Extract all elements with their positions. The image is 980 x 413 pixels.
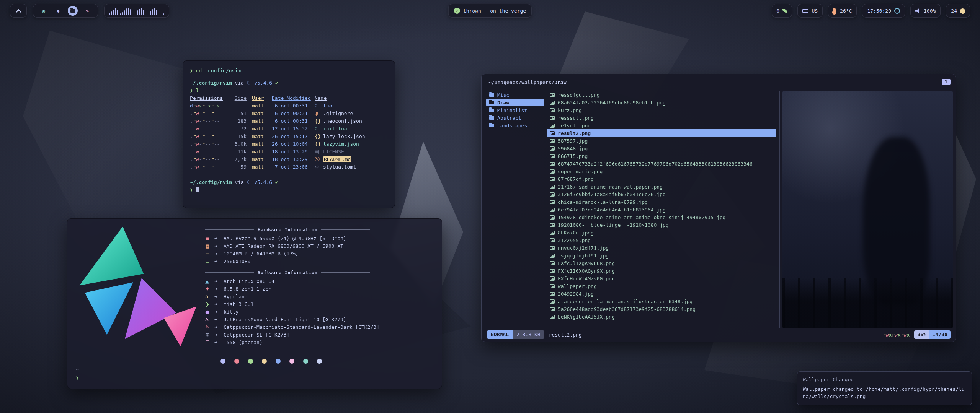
tab-badge[interactable]: 1 xyxy=(942,79,951,85)
temperature-module[interactable]: 26°C xyxy=(828,4,857,18)
launcher-button[interactable] xyxy=(10,4,27,18)
file-row[interactable]: ressdfgult.png xyxy=(547,91,776,99)
cwd-path: ~/.config/nvim xyxy=(190,179,232,185)
info-text: 6.5.8-zen1-1-zen xyxy=(224,285,271,293)
file-row[interactable]: FXfcJlTXgAMvH6R.png xyxy=(547,259,776,267)
distro-logo xyxy=(74,223,201,350)
image-file-icon xyxy=(550,238,555,242)
col-name: Name xyxy=(315,94,388,102)
file-size: 72 xyxy=(228,125,247,133)
media-widget[interactable]: ♪ thrown - on the verge xyxy=(448,4,532,18)
file-type-icon: ▤ xyxy=(315,148,323,156)
file-row[interactable]: 8FKa7Cu.jpeg xyxy=(547,229,776,236)
file-row[interactable]: 20492984.jpg xyxy=(547,290,776,298)
volume-module[interactable]: 100% xyxy=(910,4,941,18)
file-permissions: .rw-r--r-- xyxy=(190,125,228,133)
folder-row[interactable]: Minimalist xyxy=(486,106,544,114)
file-type-icon: {} xyxy=(315,133,323,140)
file-owner: matt xyxy=(252,133,272,140)
file-row: .rw-r--r-- 11k matt 18 oct 13:29 ▤ LICEN… xyxy=(190,148,388,156)
file-row[interactable]: chica-mirando-la-luna-8799.jpg xyxy=(547,198,776,206)
folder-row[interactable]: Landscapes xyxy=(486,122,544,129)
file-row[interactable]: result2.png xyxy=(547,129,776,137)
file-row[interactable]: FXfcII0X0AQyn9X.png xyxy=(547,267,776,275)
file-row[interactable]: 68747470733a2f2f696d616765732d7769786d70… xyxy=(547,160,776,167)
image-file-icon xyxy=(550,269,555,273)
file-row[interactable]: nnvuv0xj2df71.jpg xyxy=(547,244,776,252)
notifications-module[interactable]: 24 xyxy=(946,4,970,18)
file-row[interactable]: 866715.png xyxy=(547,152,776,160)
file-row[interactable]: 0c794faf07de24a4db4d4fb1eb813964.jpg xyxy=(547,206,776,213)
file-row[interactable]: 87r687df.png xyxy=(547,175,776,183)
audio-visualizer[interactable] xyxy=(104,4,169,18)
file-row[interactable]: super-mario.png xyxy=(547,167,776,175)
starship-path-line: ~/.config/nvim via ☾ v5.4.6 ✔ xyxy=(190,79,388,87)
file-row[interactable]: 08a634fa02a32364f69ebc86a98eb1eb.png xyxy=(547,99,776,106)
file-row[interactable]: 19201080-__blue-tinge__-1920×1080.jpg xyxy=(547,221,776,229)
file-row[interactable]: EeNKYgIUcAAJ5JX.png xyxy=(547,313,776,320)
arrow-icon: ➜ xyxy=(214,250,224,258)
file-row[interactable]: re1sult.png xyxy=(547,122,776,129)
info-row: A ➜ JetBrainsMono Nerd Font Light 10 [GT… xyxy=(205,316,435,324)
chevron-up-icon xyxy=(15,9,21,15)
file-row[interactable]: FXfcHgcWIAMzs0G.png xyxy=(547,275,776,282)
file-size: - xyxy=(228,102,247,110)
folder-row[interactable]: Misc xyxy=(486,91,544,99)
file-type-icon: Ⓜ xyxy=(315,156,323,163)
info-row: ▨ ➜ Catppuccin-SE [GTK2/3] xyxy=(205,331,435,339)
info-row: ☐ ➜ 1558 (pacman) xyxy=(205,339,435,346)
file-name: 19201080-__blue-tinge__-1920×1080.jpg xyxy=(558,222,669,228)
arrow-icon: ➜ xyxy=(214,301,224,308)
visualizer-bar xyxy=(130,9,131,15)
workspace-2[interactable]: ◆ xyxy=(53,6,63,16)
info-row: ▲ ➜ Arch Linux x86_64 xyxy=(205,278,435,285)
file-name-text: README.md xyxy=(323,156,351,162)
file-row[interactable]: 587597.jpg xyxy=(547,137,776,145)
file-name-text: .gitignore xyxy=(323,111,353,116)
keyboard-layout: US xyxy=(812,8,818,14)
topbar-right: 0 US 26°C 17:50:29 100% 24 xyxy=(772,4,970,18)
file-owner: matt xyxy=(252,163,272,171)
file-row[interactable]: kurz.png xyxy=(547,106,776,114)
file-row[interactable]: rsjqojlmjhf91.jpg xyxy=(547,252,776,259)
file-row[interactable]: 217167-sad-anime-rain-wallpaper.png xyxy=(547,183,776,190)
file-name: result2.png xyxy=(558,130,591,136)
file-row[interactable]: wallpaper.png xyxy=(547,282,776,290)
updates-module[interactable]: 0 xyxy=(772,4,792,18)
breadcrumb-path[interactable]: ~/Imagenes/Wallpapers/Draw xyxy=(488,80,567,85)
file-row[interactable]: 5a266e448add93deab367d87173e9f25-6837886… xyxy=(547,305,776,313)
notification-toast[interactable]: Wallpaper Changed Wallpaper changed to /… xyxy=(797,371,972,405)
folder-row[interactable]: Abstract xyxy=(486,114,544,122)
file-row[interactable]: 3126f7e9bbf21a8a4af0b67b041c6e26.jpg xyxy=(547,190,776,198)
image-file-icon xyxy=(550,246,555,250)
workspace-3-active[interactable] xyxy=(68,6,78,16)
file-name-text: lazyvim.json xyxy=(323,141,359,147)
file-name: 68747470733a2f2f696d616765732d7769786d70… xyxy=(558,161,753,167)
file-row[interactable]: 154928-odinokoe_anime-art-anime-okno-sin… xyxy=(547,213,776,221)
workspace-4[interactable]: ✎ xyxy=(82,6,92,16)
clock-module[interactable]: 17:50:29 xyxy=(862,4,905,18)
file-name: EeNKYgIUcAAJ5JX.png xyxy=(558,314,615,320)
file-permissions: .rw-r--r-- xyxy=(190,163,228,171)
file-name: 154928-odinokoe_anime-art-anime-okno-sin… xyxy=(558,215,725,220)
file-row[interactable]: resssult.png xyxy=(547,114,776,122)
clock-value: 17:50:29 xyxy=(867,8,891,14)
file-name-text: stylua.toml xyxy=(323,164,356,170)
file-row[interactable]: atardecer-en-la-montanas-ilustracion-634… xyxy=(547,298,776,305)
keyboard-layout-module[interactable]: US xyxy=(797,4,823,18)
file-owner: matt xyxy=(252,148,272,156)
file-row[interactable]: 596848.jpg xyxy=(547,145,776,152)
fetch-terminal-window[interactable]: Hardware Information ▣ ➜ AMD Ryzen 9 590… xyxy=(67,218,442,389)
info-text: 1558 (pacman) xyxy=(224,339,263,346)
info-icon: ❯ xyxy=(205,301,214,308)
info-row: ♦ ➜ 6.5.8-zen1-1-zen xyxy=(205,285,435,293)
folder-row[interactable]: Draw xyxy=(486,99,544,106)
file-name: 866715.png xyxy=(558,153,588,159)
workspace-1[interactable]: ◉ xyxy=(39,6,49,16)
terminal-window[interactable]: ❯ cd .config/nvim ~/.config/nvim via ☾ v… xyxy=(183,60,395,208)
media-title: thrown - on the verge xyxy=(463,8,526,14)
file-row[interactable]: 3122955.png xyxy=(547,236,776,244)
info-text: 980x413 xyxy=(224,258,250,265)
file-manager-window[interactable]: ~/Imagenes/Wallpapers/Draw 1 Misc Draw M… xyxy=(481,74,956,342)
file-list: ressdfgult.png 08a634fa02a32364f69ebc86a… xyxy=(547,91,776,330)
